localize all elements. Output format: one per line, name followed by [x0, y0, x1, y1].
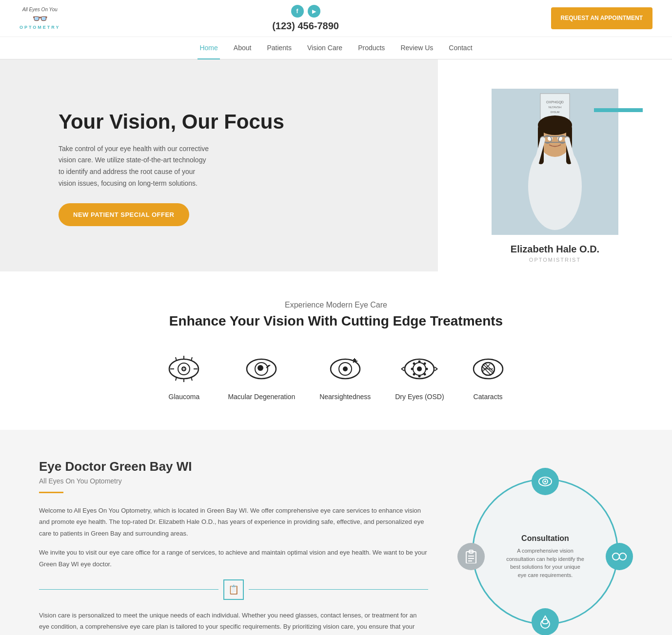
svg-point-70	[619, 553, 626, 560]
services-row: Glaucoma Macular Degeneration	[20, 348, 652, 405]
svg-point-50	[424, 363, 426, 365]
svg-line-21	[191, 357, 192, 361]
about-icon-row: 📋	[39, 579, 428, 600]
svg-line-72	[612, 555, 613, 557]
request-appointment-button[interactable]: REQUEST AN APPOINTMENT	[551, 7, 652, 29]
service-dry-eyes[interactable]: Dry Eyes (OSD)	[395, 353, 444, 401]
svg-point-38	[343, 366, 348, 371]
cataracts-icon	[469, 353, 508, 387]
header: All Eyes On You 👓 OPTOMETRY f ▶ (123) 45…	[0, 0, 672, 37]
service-nearsightedness[interactable]: Nearsightedness	[319, 353, 371, 401]
svg-point-46	[418, 375, 421, 378]
youtube-icon[interactable]: ▶	[308, 5, 320, 18]
svg-point-45	[418, 361, 421, 363]
nearsightedness-label: Nearsightedness	[319, 393, 371, 401]
nearsightedness-icon	[326, 353, 365, 387]
svg-point-52	[424, 373, 426, 376]
svg-text:OHSUW: OHSUW	[550, 111, 559, 114]
svg-point-53	[417, 366, 422, 371]
treatments-subtitle: Experience Modern Eye Care	[20, 301, 652, 309]
service-macular[interactable]: Macular Degeneration	[228, 353, 295, 401]
circle-diagram: Consultation A comprehensive vision cons…	[462, 464, 628, 635]
service-cataracts[interactable]: Cataracts	[469, 353, 508, 401]
circle-node-right[interactable]	[606, 543, 633, 570]
hero-section: Your Vision, Our Focus Take control of y…	[0, 59, 672, 271]
svg-text:NLTAVSH: NLTAVSH	[549, 106, 561, 109]
doctor-title: OPTOMISTRIST	[457, 257, 652, 263]
svg-line-55	[401, 369, 404, 371]
circle-node-bottom[interactable]	[532, 608, 559, 635]
svg-point-48	[426, 368, 428, 370]
dry-eyes-label: Dry Eyes (OSD)	[395, 393, 444, 401]
svg-line-22	[176, 377, 177, 381]
treatments-section: Experience Modern Eye Care Enhance Your …	[0, 271, 672, 430]
doctor-caption: Elizabeth Hale O.D. OPTOMISTRIST	[438, 235, 672, 271]
treatments-title: Enhance Your Vision With Cutting Edge Tr…	[20, 313, 652, 329]
svg-text:OXPHGQD: OXPHGQD	[546, 100, 564, 104]
clipboard-icon: 📋	[223, 579, 244, 600]
svg-point-68	[544, 481, 546, 482]
cataracts-label: Cataracts	[474, 393, 503, 401]
svg-point-33	[257, 365, 263, 371]
svg-point-69	[613, 553, 619, 560]
teal-accent-bar	[594, 108, 643, 112]
dry-eyes-icon	[400, 353, 439, 387]
nav-review-us[interactable]: Review Us	[398, 37, 435, 59]
navigation: Home About Patients Vision Care Products…	[0, 37, 672, 59]
hero-description: Take control of your eye health with our…	[59, 143, 210, 190]
nav-contact[interactable]: Contact	[447, 37, 474, 59]
hero-title: Your Vision, Our Focus	[59, 110, 418, 134]
svg-point-47	[411, 368, 414, 370]
nav-vision-care[interactable]: Vision Care	[305, 37, 344, 59]
svg-line-24	[191, 377, 192, 381]
about-para3: Vision care is personalized to meet the …	[39, 610, 428, 635]
about-para2: We invite you to visit our eye care offi…	[39, 547, 428, 570]
nav-about[interactable]: About	[232, 37, 254, 59]
nav-products[interactable]: Products	[356, 37, 387, 59]
about-divider-left	[39, 589, 218, 590]
circle-node-top[interactable]	[532, 468, 559, 495]
svg-point-51	[413, 373, 415, 376]
phone-number[interactable]: (123) 456-7890	[272, 20, 339, 32]
circle-title: Consultation	[506, 534, 584, 543]
about-left: Eye Doctor Green Bay WI All Eyes On You …	[39, 459, 428, 635]
glaucoma-label: Glaucoma	[169, 393, 200, 401]
logo[interactable]: All Eyes On You 👓 OPTOMETRY	[20, 7, 60, 30]
header-center: f ▶ (123) 456-7890	[272, 5, 339, 32]
facebook-icon[interactable]: f	[291, 5, 304, 18]
circle-desc: A comprehensive vision consultation can …	[506, 547, 584, 579]
svg-line-19	[176, 357, 177, 361]
glaucoma-icon	[164, 353, 203, 387]
svg-line-57	[435, 369, 437, 371]
macular-icon	[242, 353, 281, 387]
circle-node-left[interactable]	[457, 543, 485, 570]
doctor-name: Elizabeth Hale O.D.	[457, 244, 652, 255]
about-title: Eye Doctor Green Bay WI	[39, 459, 428, 474]
logo-glasses-icon: 👓	[32, 12, 48, 25]
nav-home[interactable]: Home	[198, 37, 219, 59]
about-divider	[39, 492, 63, 493]
about-subtitle: All Eyes On You Optometry	[39, 477, 428, 485]
logo-text-line2: OPTOMETRY	[20, 25, 60, 30]
svg-line-73	[626, 555, 627, 557]
macular-label: Macular Degeneration	[228, 393, 295, 401]
hero-right: OXPHGQD NLTAVSH OHSUW MCLTF	[438, 59, 672, 271]
service-glaucoma[interactable]: Glaucoma	[164, 353, 203, 401]
about-para1: Welcome to All Eyes On You Optometry, wh…	[39, 505, 428, 539]
new-patient-offer-button[interactable]: NEW PATIENT SPECIAL OFFER	[59, 203, 189, 226]
diagram-right: Consultation A comprehensive vision cons…	[457, 459, 633, 635]
svg-point-49	[413, 363, 415, 365]
about-section: Eye Doctor Green Bay WI All Eyes On You …	[0, 430, 672, 635]
about-divider-right	[249, 589, 428, 590]
hero-left: Your Vision, Our Focus Take control of y…	[0, 59, 438, 271]
nav-patients[interactable]: Patients	[265, 37, 294, 59]
circle-center: Consultation A comprehensive vision cons…	[506, 534, 584, 579]
